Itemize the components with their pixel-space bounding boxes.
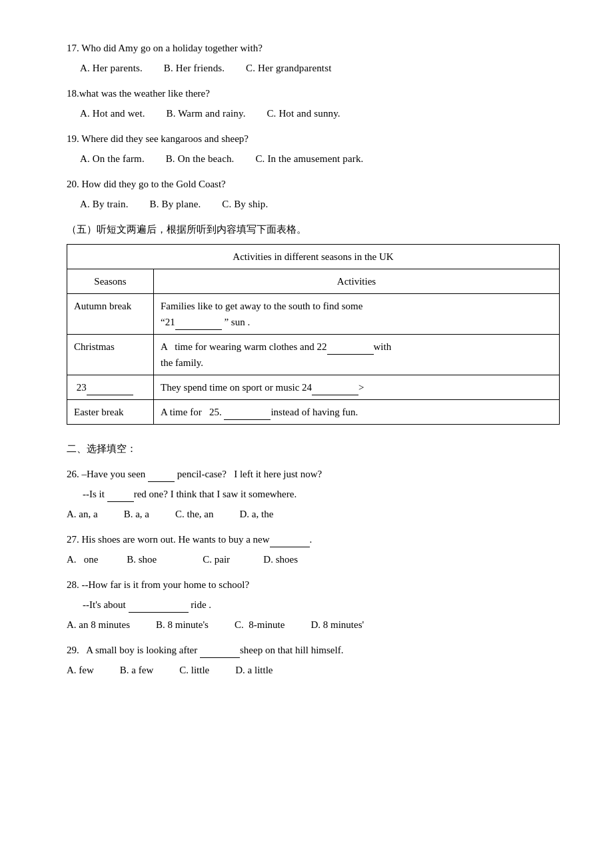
table-row-autumn: Autumn break Families like to get away t…	[67, 294, 560, 335]
q19-option-c: C. In the amusement park.	[255, 153, 363, 164]
q26-option-c: C. the, an	[175, 509, 214, 519]
q18-options: A. Hot and wet. B. Warm and rainy. C. Ho…	[80, 105, 560, 121]
table-header-row: Seasons Activities	[67, 269, 560, 294]
table-caption: Activities in different seasons in the U…	[67, 245, 560, 269]
q28-option-b: B. 8 minute's	[156, 619, 209, 630]
q17-text: 17. Who did Amy go on a holiday together…	[67, 40, 560, 56]
q20-option-c: C. By ship.	[222, 199, 268, 209]
q18-text: 18.what was the weather like there?	[67, 85, 560, 101]
q26-option-d: D. a, the	[239, 509, 273, 519]
q26-subtext: --Is it red one? I think that I saw it s…	[83, 486, 560, 502]
q20-text: 20. How did they go to the Gold Coast?	[67, 176, 560, 192]
col-season-header: Seasons	[67, 269, 154, 294]
q28-option-c: C. 8-minute	[235, 619, 285, 630]
q19-option-b: B. On the beach.	[166, 153, 235, 164]
q27-text: 27. His shoes are worn out. He wants to …	[67, 531, 560, 547]
activity-autumn: Families like to get away to the south t…	[154, 294, 560, 335]
q20-option-b: B. By plane.	[150, 199, 201, 209]
q19-text: 19. Where did they see kangaroos and she…	[67, 131, 560, 147]
question-19: 19. Where did they see kangaroos and she…	[67, 131, 560, 167]
q26-text: 26. –Have you seen pencil-case? I left i…	[67, 466, 560, 482]
q26-option-b: B. a, a	[124, 509, 149, 519]
blank-22[interactable]	[327, 344, 374, 355]
q29-option-b: B. a few	[120, 665, 153, 675]
blank-24[interactable]	[312, 385, 358, 396]
activity-christmas: A time for wearing warm clothes and 22wi…	[154, 335, 560, 375]
table-row-easter: Easter break A time for 25. instead of h…	[67, 400, 560, 425]
q29-options: A. few B. a few C. little D. a little	[67, 662, 560, 678]
q28-option-d: D. 8 minutes'	[310, 619, 364, 630]
q26-option-a: A. an, a	[67, 509, 98, 519]
blank-25[interactable]	[224, 409, 271, 421]
q19-options: A. On the farm. B. On the beach. C. In t…	[80, 151, 560, 167]
q26-options: A. an, a B. a, a C. the, an D. a, the	[67, 506, 560, 522]
season-23: 23	[67, 375, 154, 400]
q17-option-c: C. Her grandparentst	[246, 63, 331, 73]
activity-23: They spend time on sport or music 24>	[154, 375, 560, 400]
q18-option-b: B. Warm and rainy.	[167, 108, 246, 119]
question-29: 29. A small boy is looking after sheep o…	[67, 642, 560, 678]
q20-option-a: A. By train.	[80, 199, 129, 209]
q28-subtext: --It's about ride .	[83, 597, 560, 613]
q20-options: A. By train. B. By plane. C. By ship.	[80, 196, 560, 212]
q27-option-b: B. shoe	[127, 554, 157, 565]
q29-text: 29. A small boy is looking after sheep o…	[67, 642, 560, 658]
q18-option-c: C. Hot and sunny.	[267, 108, 340, 119]
q17-option-a: A. Her parents.	[80, 63, 143, 73]
section2-title: 二、选择填空：	[67, 441, 560, 457]
blank-23-season[interactable]	[87, 385, 133, 396]
activity-easter: A time for 25. instead of having fun.	[154, 400, 560, 425]
blank-21[interactable]	[175, 319, 222, 331]
q27-option-a: A. one	[67, 554, 99, 565]
q29-option-d: D. a little	[235, 665, 273, 675]
question-20: 20. How did they go to the Gold Coast? A…	[67, 176, 560, 212]
table-row-23: 23 They spend time on sport or music 24>	[67, 375, 560, 400]
q29-option-c: C. little	[179, 665, 209, 675]
question-26: 26. –Have you seen pencil-case? I left i…	[67, 466, 560, 522]
table-row-christmas: Christmas A time for wearing warm clothe…	[67, 335, 560, 375]
blank-26b[interactable]	[107, 491, 134, 503]
question-28: 28. --How far is it from your home to sc…	[67, 577, 560, 633]
q27-option-d: D. shoes	[263, 554, 298, 565]
section5-header: （五）听短文两遍后，根据所听到内容填写下面表格。	[67, 221, 560, 237]
col-activities-header: Activities	[154, 269, 560, 294]
question-27: 27. His shoes are worn out. He wants to …	[67, 531, 560, 567]
table-caption-row: Activities in different seasons in the U…	[67, 245, 560, 269]
season-easter: Easter break	[67, 400, 154, 425]
q19-option-a: A. On the farm.	[80, 153, 145, 164]
q18-option-a: A. Hot and wet.	[80, 108, 145, 119]
q27-option-c: C. pair	[203, 554, 230, 565]
blank-26a[interactable]	[148, 471, 175, 483]
q29-option-a: A. few	[67, 665, 94, 675]
q28-text: 28. --How far is it from your home to sc…	[67, 577, 560, 593]
question-18: 18.what was the weather like there? A. H…	[67, 85, 560, 121]
season-autumn: Autumn break	[67, 294, 154, 335]
q28-option-a: A. an 8 minutes	[67, 619, 130, 630]
blank-29[interactable]	[200, 647, 240, 659]
blank-28[interactable]	[129, 602, 189, 613]
q17-options: A. Her parents. B. Her friends. C. Her g…	[80, 60, 560, 76]
season-christmas: Christmas	[67, 335, 154, 375]
question-17: 17. Who did Amy go on a holiday together…	[67, 40, 560, 76]
blank-27[interactable]	[270, 537, 310, 548]
activities-table: Activities in different seasons in the U…	[67, 244, 560, 425]
q28-options: A. an 8 minutes B. 8 minute's C. 8-minut…	[67, 617, 560, 633]
q27-options: A. one B. shoe C. pair D. shoes	[67, 551, 560, 567]
q17-option-b: B. Her friends.	[164, 63, 225, 73]
